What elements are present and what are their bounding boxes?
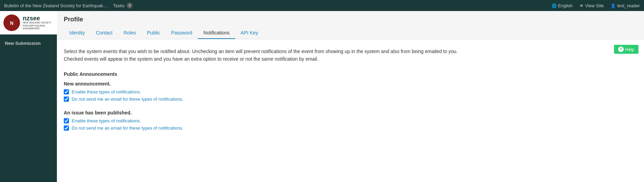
content-body: Help Select the system events that you w… xyxy=(57,39,644,182)
username-label: test_reader xyxy=(617,3,640,8)
page-title: Profile xyxy=(64,16,637,23)
view-site-link[interactable]: View Site xyxy=(580,3,604,8)
logo-circle: N xyxy=(3,14,20,31)
sidebar-nav: New Submission xyxy=(0,34,57,52)
notification-item-new-announcement: New announcement. Enable these types of … xyxy=(64,81,637,102)
top-bar-right: English View Site test_reader xyxy=(552,3,640,8)
logo-text-area: nzsee NEW ZEALAND SOCIETY FOR EARTHQUAKE… xyxy=(23,15,53,30)
description-text: Select the system events that you wish t… xyxy=(64,48,477,63)
checkbox-label-noemail-2[interactable]: Do not send me an email for these types … xyxy=(72,125,183,131)
checkbox-enable-new-announcement[interactable] xyxy=(64,89,69,94)
logo-area: N nzsee NEW ZEALAND SOCIETY FOR EARTHQUA… xyxy=(0,11,57,34)
user-menu[interactable]: test_reader xyxy=(611,3,640,8)
tab-notifications[interactable]: Notifications xyxy=(198,27,235,39)
checkbox-row-noemail-2: Do not send me an email for these types … xyxy=(64,125,637,131)
profile-header: Profile Identity Contact Roles Public Pa… xyxy=(57,11,644,39)
language-selector[interactable]: English xyxy=(552,3,573,8)
tabs: Identity Contact Roles Public Password N… xyxy=(64,27,637,39)
globe-icon xyxy=(552,3,557,8)
logo-name: nzsee xyxy=(23,15,53,21)
tab-public[interactable]: Public xyxy=(141,27,165,39)
checkbox-enable-issue-published[interactable] xyxy=(64,118,69,123)
notification-title-issue-published: An issue has been published. xyxy=(64,110,637,115)
view-site-label: View Site xyxy=(585,3,604,8)
section-public-announcements: Public Announcements New announcement. E… xyxy=(64,71,637,131)
tab-contact[interactable]: Contact xyxy=(90,27,118,39)
tab-password[interactable]: Password xyxy=(165,27,198,39)
tasks-area[interactable]: Tasks 0 xyxy=(113,2,133,9)
checkbox-label-enable-1[interactable]: Enable these types of notifications. xyxy=(72,89,141,94)
site-title: Bulletin of the New Zealand Society for … xyxy=(4,3,108,8)
checkbox-row-noemail-1: Do not send me an email for these types … xyxy=(64,97,637,102)
checkbox-noemail-issue-published[interactable] xyxy=(64,125,69,131)
tab-api-key[interactable]: API Key xyxy=(235,27,264,39)
tasks-badge: 0 xyxy=(127,2,133,9)
logo-subtext: NEW ZEALAND SOCIETY FOR EARTHQUAKE ENGIN… xyxy=(23,21,53,30)
svg-text:N: N xyxy=(10,20,13,26)
tasks-label: Tasks xyxy=(113,3,124,8)
tab-identity[interactable]: Identity xyxy=(64,27,90,39)
checkbox-row-enable-1: Enable these types of notifications. xyxy=(64,89,637,94)
eye-icon xyxy=(580,3,584,8)
notification-title-new-announcement: New announcement. xyxy=(64,81,637,87)
language-label: English xyxy=(558,3,573,8)
tab-roles[interactable]: Roles xyxy=(118,27,141,39)
sections-container: Public Announcements New announcement. E… xyxy=(64,71,637,131)
checkbox-label-noemail-1[interactable]: Do not send me an email for these types … xyxy=(72,97,183,102)
help-button[interactable]: Help xyxy=(614,45,638,54)
sidebar: N nzsee NEW ZEALAND SOCIETY FOR EARTHQUA… xyxy=(0,11,57,182)
user-icon xyxy=(611,3,616,8)
checkbox-label-enable-2[interactable]: Enable these types of notifications. xyxy=(72,118,141,123)
section-title: Public Announcements xyxy=(64,71,637,77)
main-layout: N nzsee NEW ZEALAND SOCIETY FOR EARTHQUA… xyxy=(0,11,644,182)
checkbox-noemail-new-announcement[interactable] xyxy=(64,97,69,102)
content-area: Profile Identity Contact Roles Public Pa… xyxy=(57,11,644,182)
top-bar: Bulletin of the New Zealand Society for … xyxy=(0,0,644,11)
checkbox-row-enable-2: Enable these types of notifications. xyxy=(64,118,637,123)
notification-item-issue-published: An issue has been published. Enable thes… xyxy=(64,110,637,131)
sidebar-item-new-submission[interactable]: New Submission xyxy=(0,37,57,49)
